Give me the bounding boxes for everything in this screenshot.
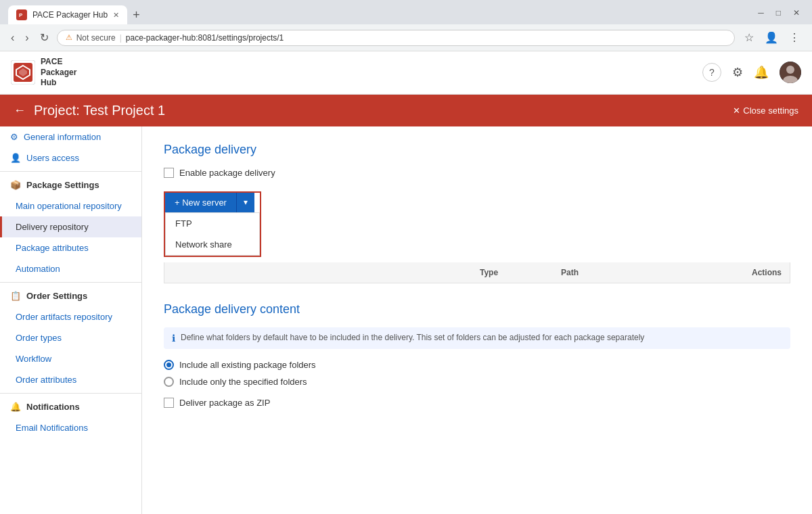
close-browser-btn[interactable]: ✕: [789, 5, 804, 20]
reload-btn[interactable]: ↻: [37, 28, 51, 47]
notifications-btn[interactable]: 🔔: [754, 65, 769, 80]
browser-toolbar: ‹ › ↻ ⚠ Not secure | pace-packager-hub:8…: [0, 24, 812, 51]
sidebar-item-general-information[interactable]: ⚙ General information: [0, 126, 141, 147]
delivery-content-title: Package delivery content: [164, 302, 790, 317]
order-icon: 📋: [10, 291, 21, 301]
enable-delivery-label: Enable package delivery: [179, 168, 275, 178]
new-tab-button[interactable]: +: [127, 8, 145, 22]
logo-icon: [11, 60, 35, 85]
url-text[interactable]: pace-packager-hub:8081/settings/projects…: [126, 33, 726, 43]
close-settings-btn[interactable]: ✕ Close settings: [733, 106, 798, 116]
svg-point-7: [786, 66, 794, 74]
security-icon: ⚠: [66, 33, 72, 42]
security-label: Not secure: [76, 33, 116, 43]
deliver-as-zip-checkbox[interactable]: [164, 398, 174, 408]
logo-text: PACE Packager Hub: [41, 57, 76, 89]
deliver-as-zip-label: Deliver package as ZIP: [179, 398, 270, 408]
sidebar-section-notifications: 🔔 Notifications: [0, 396, 141, 417]
address-bar[interactable]: ⚠ Not secure | pace-packager-hub:8081/se…: [57, 30, 735, 46]
radio-label-specified-folders: Include only the specified folders: [179, 377, 307, 387]
app-header: PACE Packager Hub ? ⚙ 🔔: [0, 51, 812, 95]
app-logo: PACE Packager Hub: [11, 57, 76, 89]
header-actions: ? ⚙ 🔔: [702, 62, 801, 83]
dropdown-toggle-btn[interactable]: ▾: [236, 193, 254, 212]
page-title-bar: ← Project: Test Project 1 ✕ Close settin…: [0, 95, 812, 126]
sidebar-divider-2: [0, 282, 141, 283]
info-text: Define what folders by default have to b…: [181, 333, 644, 342]
bell-icon: 🔔: [10, 402, 21, 412]
th-type: Type: [472, 262, 553, 283]
sidebar-item-workflow[interactable]: Workflow: [0, 348, 141, 369]
radio-specified-folders[interactable]: [164, 377, 174, 387]
enable-delivery-row: Enable package delivery: [164, 168, 790, 178]
menu-btn[interactable]: ⋮: [785, 28, 804, 47]
minimize-btn[interactable]: ─: [754, 5, 768, 20]
delivery-content-section: Package delivery content ℹ Define what f…: [164, 302, 790, 408]
radio-row-specified-folders: Include only the specified folders: [164, 377, 790, 387]
settings-icon: ⚙: [10, 132, 18, 142]
table-header: Type Path Actions: [164, 262, 790, 283]
radio-group: Include all existing package folders Inc…: [164, 360, 790, 387]
forward-nav-btn[interactable]: ›: [22, 29, 31, 47]
radio-label-all-folders: Include all existing package folders: [179, 360, 316, 370]
dropdown-menu: FTP Network share: [165, 212, 260, 256]
sidebar-item-order-artifacts-repository[interactable]: Order artifacts repository: [0, 306, 141, 327]
browser-chrome: P PACE Packager Hub ✕ + ─ □ ✕ ‹ › ↻ ⚠ No…: [0, 0, 812, 51]
sidebar-divider-1: [0, 171, 141, 172]
radio-all-folders[interactable]: [164, 360, 174, 370]
new-server-btn[interactable]: + New server: [165, 193, 236, 212]
sidebar-divider-3: [0, 393, 141, 394]
radio-row-all-folders: Include all existing package folders: [164, 360, 790, 370]
tab-title: PACE Packager Hub: [32, 10, 108, 20]
sidebar-item-users-access[interactable]: 👤 Users access: [0, 147, 141, 168]
settings-btn[interactable]: ⚙: [732, 65, 743, 80]
main-content: Package delivery Enable package delivery…: [142, 126, 812, 514]
sidebar-item-automation[interactable]: Automation: [0, 258, 141, 279]
sidebar: ⚙ General information 👤 Users access 📦 P…: [0, 126, 142, 514]
sidebar-item-order-types[interactable]: Order types: [0, 327, 141, 348]
back-nav-btn[interactable]: ‹: [8, 29, 17, 47]
dropdown-item-network-share[interactable]: Network share: [166, 234, 259, 255]
dropdown-wrapper: + New server ▾ FTP Network share: [164, 191, 261, 257]
browser-title-bar: P PACE Packager Hub ✕ + ─ □ ✕: [0, 0, 812, 24]
sidebar-item-email-notifications[interactable]: Email Notifications: [0, 417, 141, 438]
dropdown-button-row: + New server ▾: [165, 193, 260, 212]
package-icon: 📦: [10, 180, 21, 190]
deliver-as-zip-row: Deliver package as ZIP: [164, 398, 790, 408]
browser-toolbar-icons: ☆ 👤 ⋮: [740, 28, 804, 47]
page-title: Project: Test Project 1: [34, 103, 733, 118]
info-row: ℹ Define what folders by default have to…: [164, 327, 790, 349]
info-icon: ℹ: [172, 333, 175, 344]
enable-delivery-checkbox[interactable]: [164, 168, 174, 178]
bookmark-star-btn[interactable]: ☆: [740, 28, 758, 47]
maximize-btn[interactable]: □: [772, 5, 785, 20]
browser-tab[interactable]: P PACE Packager Hub ✕: [8, 5, 127, 24]
tab-close-btn[interactable]: ✕: [113, 11, 119, 20]
tab-favicon: P: [16, 9, 27, 20]
sidebar-item-delivery-repository[interactable]: Delivery repository: [0, 216, 141, 237]
user-avatar[interactable]: [780, 62, 801, 83]
sidebar-section-order-settings: 📋 Order Settings: [0, 285, 141, 306]
profile-btn[interactable]: 👤: [761, 28, 782, 47]
delivery-section-title: Package delivery: [164, 143, 790, 157]
close-icon: ✕: [733, 106, 740, 116]
new-server-dropdown-container: + New server ▾ FTP Network share: [164, 191, 261, 257]
users-icon: 👤: [10, 153, 21, 163]
back-btn[interactable]: ←: [14, 103, 26, 118]
dropdown-item-ftp[interactable]: FTP: [166, 213, 259, 234]
sidebar-item-order-attributes[interactable]: Order attributes: [0, 369, 141, 390]
help-btn[interactable]: ?: [702, 63, 721, 82]
th-actions: Actions: [722, 262, 790, 283]
th-name: [164, 262, 472, 283]
sidebar-section-package-settings: 📦 Package Settings: [0, 174, 141, 195]
th-path: Path: [553, 262, 722, 283]
sidebar-item-package-attributes[interactable]: Package attributes: [0, 237, 141, 258]
svg-text:P: P: [19, 12, 23, 18]
app-body: ⚙ General information 👤 Users access 📦 P…: [0, 126, 812, 514]
sidebar-item-main-operational-repo[interactable]: Main operational repository: [0, 195, 141, 216]
